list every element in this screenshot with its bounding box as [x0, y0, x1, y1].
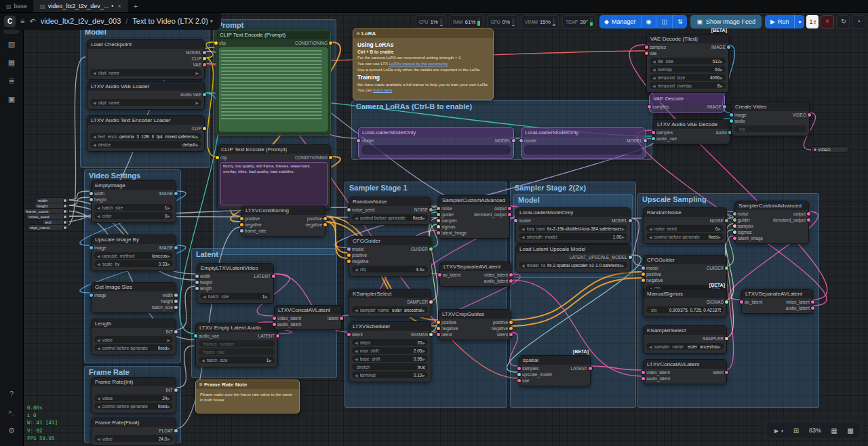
sidebar-nodes-button[interactable]: ▦ — [3, 54, 20, 70]
node-clip-text-encode-negative[interactable]: CLIP Text Encode (Prompt)clipCONDITIONIN… — [217, 144, 331, 209]
note-link[interactable]: LoRAs trained by the community — [389, 62, 448, 66]
node-upscale-image-by[interactable]: Upscale Image ByimageIMAGE◀upscale_metho… — [91, 235, 176, 271]
output-MODEL[interactable]: MODEL — [625, 138, 645, 144]
widget-batch-size[interactable]: ◀batch_size1▶ — [94, 204, 173, 211]
node-random-noise-2[interactable]: RandomNoiseNOISE◀noise_seed0▶◀control be… — [643, 207, 727, 244]
output-latent[interactable]: latent — [495, 331, 511, 338]
input-samples[interactable]: samples — [519, 365, 554, 371]
sidebar-queue-button[interactable]: ≣ — [3, 73, 20, 89]
fit-view-button[interactable]: ⊞ — [789, 424, 804, 437]
output-negative[interactable]: negative — [489, 325, 511, 331]
widget-value[interactable]: ◀value24.0▶ — [94, 435, 173, 442]
node-ltxv-scheduler[interactable]: LTXVSchedulerlatentSIGMAS◀steps20▶◀max_s… — [349, 321, 431, 382]
output-LATENT_UPSCALE_MODEL[interactable]: LATENT_UPSCALE_MODEL — [568, 254, 630, 260]
widget-text[interactable]: blurry, low quality, still frame, frames… — [220, 162, 328, 205]
run-options-caret[interactable]: ▾ — [794, 15, 804, 28]
output-VIDEO[interactable]: VIDEO — [791, 112, 809, 118]
output-FLOAT[interactable]: FLOAT — [157, 428, 176, 434]
input-samples[interactable]: samples — [650, 104, 671, 110]
widget-noise-seed[interactable]: ◀noise_seed0▶ — [646, 225, 724, 232]
node-frame-rate-note[interactable]: ≡ Frame Rate NotePlease make sure the fr… — [195, 380, 300, 413]
output-IMAGE[interactable]: IMAGE — [157, 245, 176, 251]
widget-control-before-generate[interactable]: ◀control before generatefixed▶ — [94, 403, 173, 409]
output-CONDITIONING[interactable]: CONDITIONING — [293, 155, 330, 161]
workflow-name[interactable]: video_ltx2_t2v_dev_003 — [41, 17, 121, 25]
output-IMAGE[interactable]: IMAGE — [709, 44, 728, 50]
widget-sampler-name[interactable]: ◀sampler_nameeuler_ancestral▶ — [352, 306, 428, 313]
output-NOISE[interactable]: NOISE — [412, 207, 431, 213]
slot-dot[interactable] — [64, 216, 66, 218]
canvas-overview-button[interactable]: ▩ — [843, 424, 858, 437]
input-clip[interactable]: clip — [216, 40, 228, 46]
history-button[interactable]: ◔ — [852, 15, 865, 28]
node-spatial-upscaler[interactable]: [BETA]spatialsamplesupscale_modelvaeLATE… — [519, 355, 591, 386]
input-length[interactable]: length — [197, 285, 214, 291]
widget-sampler-name[interactable]: ◀sampler_nameeuler_ancestral▶ — [646, 343, 724, 350]
node-save-video[interactable]: VIDEO — [811, 146, 849, 153]
widget-sig[interactable]: sig0.909375, 0.725, 0.421875, 0.0 — [646, 306, 724, 313]
widget-control-before-generate[interactable]: ◀control before generatefixed▶ — [646, 233, 724, 240]
notifications-button[interactable]: ◉ — [641, 15, 656, 28]
input-image[interactable]: image — [92, 292, 108, 298]
node-frame-rate-float[interactable]: Frame Rate(Float)FLOAT◀value24.0▶ — [91, 418, 176, 446]
node-ltxv-audio-text-encoder-loader[interactable]: LTXV Audio Text Encoder LoaderCLIP◀text_… — [87, 115, 205, 152]
comfyui-logo[interactable]: C — [4, 16, 16, 27]
input-vae[interactable]: vae — [647, 50, 668, 56]
node-ltxv-separate-av-latent-1[interactable]: LTXVSeparateAVLatentav_latentvideo_laten… — [439, 262, 511, 287]
input-noise_seed[interactable]: noise_seed — [349, 207, 376, 213]
slot-dot[interactable] — [64, 210, 66, 213]
input-positive[interactable]: positive — [349, 252, 371, 258]
widget-base-shift[interactable]: ◀base_shift0.95▶ — [352, 355, 428, 362]
node-vae-decode-bypassed[interactable]: VAE DecodesamplesIMAGE — [649, 94, 725, 113]
close-tab-icon[interactable]: × — [117, 3, 121, 9]
output-width[interactable]: width — [161, 292, 176, 298]
output-SIGMAS[interactable]: SIGMAS — [409, 331, 431, 338]
node-ltxv-separate-av-latent-2[interactable]: LTXVSeparateAVLatentav_latentvideo_laten… — [741, 289, 813, 314]
node-manual-sigmas[interactable]: [BETA]ManualSigmasSIGMASsig0.909375, 0.7… — [643, 289, 727, 317]
output-negative[interactable]: negative — [303, 222, 325, 228]
widget-bar[interactable] — [524, 145, 642, 155]
node-ltxv-conditioning[interactable]: LTXVConditioningpositivenegativeframe_ra… — [241, 205, 326, 237]
terminal-button[interactable]: >_ — [3, 404, 20, 420]
input-av_latent[interactable]: av_latent — [440, 272, 462, 278]
output-SAMPLER[interactable]: SAMPLER — [405, 299, 431, 305]
node-ltxv-concat-av-latent-1[interactable]: LTXVConcatAVLatentvideo_latentaudio_late… — [274, 305, 342, 330]
widget-temporal-overlap[interactable]: ◀temporal_overlap8▶ — [650, 82, 726, 89]
extensions-button[interactable]: ◫ — [656, 15, 672, 28]
sidebar-templates-button[interactable]: ▣ — [3, 91, 20, 107]
output-SIGMAS[interactable]: SIGMAS — [705, 299, 726, 305]
manager-button[interactable]: ◆Manager — [599, 15, 640, 28]
widget-upscale-method[interactable]: ◀upscale_methodlanczos▶ — [94, 252, 173, 259]
input-image[interactable]: image — [732, 112, 749, 118]
input-latent_image[interactable]: latent_image — [439, 230, 469, 236]
slot-dot[interactable] — [64, 226, 66, 229]
input-negative[interactable]: negative — [242, 222, 268, 228]
input-negative[interactable]: negative — [439, 325, 460, 331]
output-audio_latent[interactable]: audio_latent — [784, 305, 812, 311]
output-latent[interactable]: latent — [711, 369, 726, 376]
settings-button[interactable]: ⚙ — [3, 422, 20, 439]
input-video_latent[interactable]: video_latent — [275, 315, 303, 321]
input-guider[interactable]: guider — [439, 211, 469, 218]
input-negative[interactable]: negative — [644, 277, 665, 283]
output-positive[interactable]: positive — [491, 319, 511, 325]
node-length[interactable]: LengthINT◀value▶◀control before generate… — [91, 319, 176, 355]
output-video_latent[interactable]: video_latent — [482, 272, 511, 278]
node-ksampler-select-2[interactable]: KSamplerSelectSAMPLER◀sampler_nameeuler_… — [643, 325, 727, 354]
tab-current-workflow[interactable]: ▤ video_ltx2_t2v_dev_... • × — [34, 0, 128, 12]
slot-dot[interactable] — [64, 199, 66, 202]
widget-scale-by[interactable]: ◀scale_by0.33▶ — [94, 260, 173, 267]
input-model[interactable]: model — [359, 138, 376, 144]
widget-frame-rate[interactable]: frame_rate — [199, 348, 275, 355]
widget-tile-size[interactable]: ◀tile_size512▶ — [650, 58, 726, 64]
output-LATENT[interactable]: LATENT — [252, 273, 273, 279]
output-output[interactable]: output — [791, 211, 808, 217]
output-INT[interactable]: INT — [164, 387, 176, 393]
widget-bar[interactable] — [361, 145, 511, 155]
node-ltxv-audio-vae-decode[interactable]: LTXV Audio VAE Decodesamplesaudio_vaeAud… — [653, 119, 730, 144]
node-vae-decode-tiled[interactable]: [BETA]VAE Decode (Tiled)samplesvaeIMAGE◀… — [646, 34, 729, 93]
input-noise[interactable]: noise — [735, 211, 765, 217]
input-guider[interactable]: guider — [735, 217, 765, 223]
minimap-toggle-button[interactable]: ▦ — [827, 424, 842, 437]
show-image-feed-button[interactable]: ▣Show Image Feed — [690, 15, 762, 28]
